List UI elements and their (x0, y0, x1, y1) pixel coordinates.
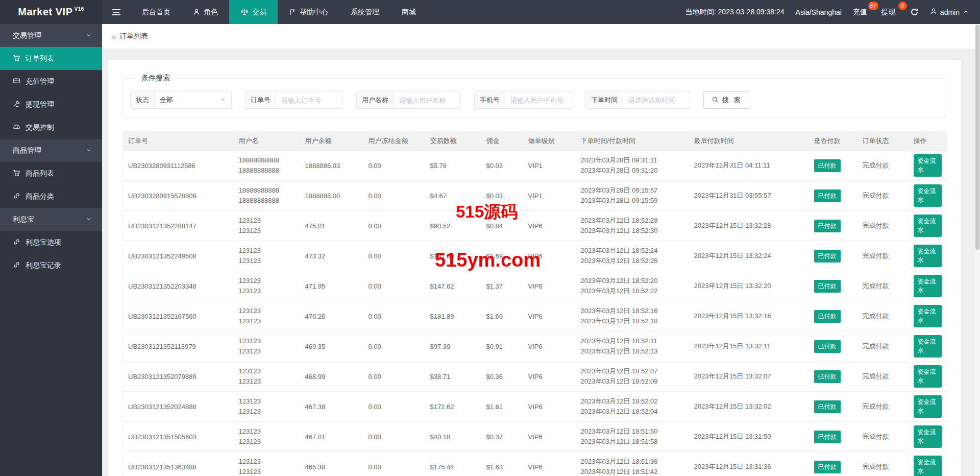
fund-flow-button[interactable]: 资金流水 (914, 245, 942, 267)
table-row: UB2303121352203348 123123 123123 471.95 … (123, 271, 947, 301)
user-menu[interactable]: admin (930, 8, 969, 17)
amount-cell: $181.89 (425, 301, 481, 331)
fund-flow-button[interactable]: 资金流水 (914, 456, 942, 476)
order-no-input[interactable] (276, 92, 342, 108)
username-cell: 123123 123123 (234, 331, 300, 362)
phone-input[interactable] (505, 92, 572, 108)
sidebar-group-trade-mgmt[interactable]: 交易管理 (0, 24, 102, 47)
sidebar-item-recharge-mgmt[interactable]: 充值管理 (0, 70, 102, 93)
username-cell: 18888888888 18888888888 (234, 181, 300, 211)
caret-down-icon (220, 97, 226, 104)
sidebar-item-order-list[interactable]: 订单列表 (0, 47, 102, 70)
username-cell: 123123 123123 (234, 392, 300, 422)
orders-table-wrap: 订单号用户名用户余额用户冻结金额交易数额佣金做单级别下单时间/付款时间最后付款时… (122, 131, 946, 476)
level-cell: VIP6 (523, 392, 576, 422)
refresh-icon[interactable] (910, 8, 919, 16)
table-header-cell: 佣金 (481, 131, 523, 151)
balance-cell: 475.01 (300, 211, 363, 241)
nav-item-roles[interactable]: 角色 (182, 0, 229, 24)
app-logo[interactable]: Market VIPV16 (0, 0, 102, 24)
paid-status-badge: 已付款 (814, 400, 841, 413)
scrollbar-thumb[interactable] (975, 25, 979, 250)
sidebar-item-trade-control[interactable]: 交易控制 (0, 116, 102, 139)
paid-status-badge: 已付款 (814, 431, 841, 443)
table-header-cell: 用户冻结金额 (363, 131, 425, 151)
username-cell: 18888888888 18888888888 (234, 151, 300, 181)
flag-icon (289, 8, 296, 16)
order-no-filter-group: 订单号 (245, 91, 343, 109)
action-cell: 资金流水 (909, 452, 947, 476)
fund-flow-button[interactable]: 资金流水 (914, 184, 942, 207)
level-cell: VIP6 (523, 211, 576, 241)
nav-item-system[interactable]: 系统管理 (339, 0, 390, 24)
order-no-cell: UB2303121351363488 (123, 452, 234, 476)
chevron-down-icon (86, 147, 92, 155)
frozen-cell: 0.00 (363, 151, 425, 181)
sidebar-item-goods-category[interactable]: 商品分类 (0, 185, 102, 208)
sidebar: 交易管理 订单列表 充值管理 提现管理 交易控制 商品管理 商品列表 商品分类 … (0, 24, 102, 476)
table-row: UB2303121351505603 123123 123123 467.01 … (123, 422, 947, 452)
nav-item-help[interactable]: 帮助中心 (278, 0, 339, 24)
sidebar-group-goods-mgmt[interactable]: 商品管理 (0, 139, 102, 162)
order-status-cell: 完成付款 (857, 151, 909, 181)
nav-item-mall[interactable]: 商城 (390, 0, 427, 24)
search-button[interactable]: 搜 索 (703, 91, 750, 109)
fund-flow-button[interactable]: 资金流水 (914, 275, 942, 297)
order-pay-time-cell: 2023年03月12日 18:52:07 2023年03月12日 18:52:0… (576, 362, 689, 392)
last-pay-time-cell: 2023年12月31日 03:55:57 (689, 181, 809, 211)
app-logo-version: V16 (74, 6, 84, 12)
paid-status-badge: 已付款 (814, 280, 841, 293)
amount-cell: $4.67 (425, 181, 481, 211)
gauge-icon (13, 123, 20, 132)
nav-item-dashboard[interactable]: 后台首页 (131, 0, 182, 24)
paid-status-badge: 已付款 (814, 250, 841, 263)
table-row: UB2303121351363488 123123 123123 465.38 … (123, 452, 947, 476)
paid-cell: 已付款 (809, 241, 857, 271)
nav-item-trade[interactable]: 交易 (229, 0, 278, 24)
commission-cell: $0.91 (481, 331, 523, 362)
fund-flow-button[interactable]: 资金流水 (914, 154, 942, 177)
order-no-cell: UB2303280931112586 (123, 151, 234, 181)
table-header-cell: 是否付款 (809, 131, 857, 151)
sidebar-group-lixibao[interactable]: 利息宝 (0, 208, 102, 231)
sidebar-item-withdraw-mgmt[interactable]: 提现管理 (0, 93, 102, 116)
table-header-cell: 用户余额 (300, 131, 363, 151)
withdraw-link[interactable]: 提现 0 (881, 8, 899, 17)
commission-cell: $1.63 (481, 452, 523, 476)
sidebar-item-lixibao-options[interactable]: 利息宝选项 (0, 231, 102, 254)
sidebar-item-lixibao-records[interactable]: 利息宝记录 (0, 254, 102, 277)
fund-flow-button[interactable]: 资金流水 (914, 335, 942, 358)
table-header-row: 订单号用户名用户余额用户冻结金额交易数额佣金做单级别下单时间/付款时间最后付款时… (123, 131, 947, 151)
order-status-cell: 完成付款 (857, 241, 909, 271)
order-time-input[interactable] (623, 92, 690, 108)
table-row: UB2303121352288147 123123 123123 475.01 … (123, 211, 947, 241)
status-label: 状态 (131, 92, 155, 108)
amount-cell: $97.39 (425, 331, 481, 362)
order-list-card: 条件搜索 状态 全部 订单号 用户名称 (108, 60, 961, 476)
order-status-cell: 完成付款 (857, 362, 909, 392)
paid-cell: 已付款 (809, 151, 857, 181)
fund-flow-button[interactable]: 资金流水 (914, 425, 942, 448)
order-status-cell: 完成付款 (857, 422, 909, 452)
sidebar-item-goods-list[interactable]: 商品列表 (0, 162, 102, 185)
paid-status-badge: 已付款 (814, 340, 841, 353)
withdraw-label: 提现 (881, 8, 896, 16)
action-cell: 资金流水 (909, 181, 947, 211)
username-input[interactable] (394, 92, 460, 108)
commission-cell: $0.36 (481, 362, 523, 392)
sidebar-item-label: 商品分类 (26, 192, 54, 201)
fund-flow-button[interactable]: 资金流水 (914, 305, 942, 327)
recharge-link[interactable]: 充值 87 (853, 8, 870, 17)
table-header-cell: 操作 (909, 131, 947, 151)
fund-flow-button[interactable]: 资金流水 (914, 215, 942, 237)
username-cell: 123123 123123 (234, 452, 300, 476)
table-header-cell: 用户名 (234, 131, 300, 151)
sidebar-toggle-icon[interactable] (102, 0, 131, 24)
status-select[interactable]: 全部 (155, 92, 231, 108)
fund-flow-button[interactable]: 资金流水 (914, 395, 942, 418)
amount-cell: $181.80 (425, 241, 481, 271)
action-cell: 资金流水 (909, 211, 947, 241)
frozen-cell: 0.00 (363, 181, 425, 211)
fund-flow-button[interactable]: 资金流水 (914, 365, 942, 388)
balance-cell: 1888888.00 (300, 181, 363, 211)
